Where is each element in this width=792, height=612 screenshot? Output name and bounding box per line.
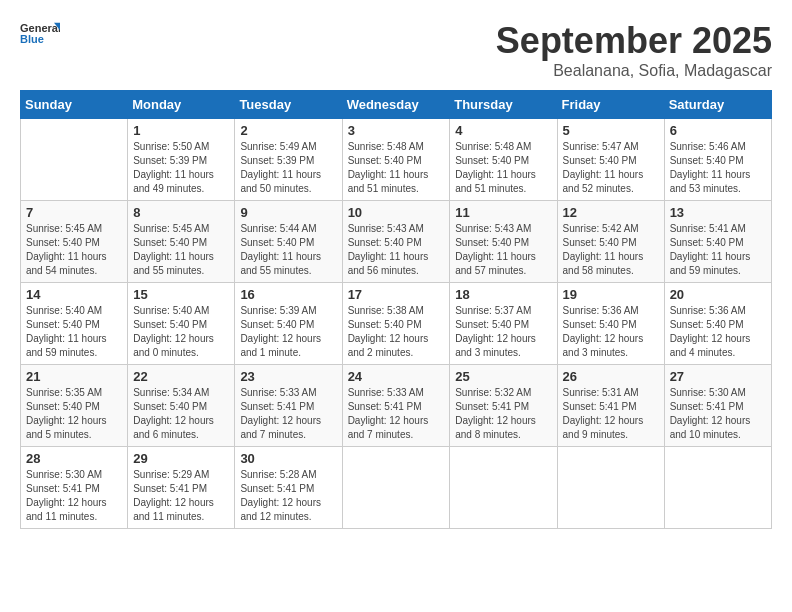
- calendar-cell: [450, 447, 557, 529]
- weekday-header-monday: Monday: [128, 91, 235, 119]
- calendar-cell: [557, 447, 664, 529]
- day-number: 14: [26, 287, 122, 302]
- day-number: 20: [670, 287, 766, 302]
- day-info: Sunrise: 5:37 AM Sunset: 5:40 PM Dayligh…: [455, 304, 551, 360]
- calendar-cell: [664, 447, 771, 529]
- day-number: 2: [240, 123, 336, 138]
- title-block: September 2025 Bealanana, Sofia, Madagas…: [496, 20, 772, 80]
- day-info: Sunrise: 5:34 AM Sunset: 5:40 PM Dayligh…: [133, 386, 229, 442]
- calendar-cell: 8Sunrise: 5:45 AM Sunset: 5:40 PM Daylig…: [128, 201, 235, 283]
- calendar-cell: 28Sunrise: 5:30 AM Sunset: 5:41 PM Dayli…: [21, 447, 128, 529]
- calendar-cell: 30Sunrise: 5:28 AM Sunset: 5:41 PM Dayli…: [235, 447, 342, 529]
- day-info: Sunrise: 5:44 AM Sunset: 5:40 PM Dayligh…: [240, 222, 336, 278]
- day-number: 30: [240, 451, 336, 466]
- calendar-cell: 14Sunrise: 5:40 AM Sunset: 5:40 PM Dayli…: [21, 283, 128, 365]
- calendar-cell: 22Sunrise: 5:34 AM Sunset: 5:40 PM Dayli…: [128, 365, 235, 447]
- calendar-cell: 19Sunrise: 5:36 AM Sunset: 5:40 PM Dayli…: [557, 283, 664, 365]
- day-number: 27: [670, 369, 766, 384]
- logo: General Blue: [20, 20, 60, 48]
- calendar-cell: 27Sunrise: 5:30 AM Sunset: 5:41 PM Dayli…: [664, 365, 771, 447]
- day-info: Sunrise: 5:45 AM Sunset: 5:40 PM Dayligh…: [26, 222, 122, 278]
- calendar-cell: [342, 447, 450, 529]
- calendar-week-3: 14Sunrise: 5:40 AM Sunset: 5:40 PM Dayli…: [21, 283, 772, 365]
- calendar-cell: 23Sunrise: 5:33 AM Sunset: 5:41 PM Dayli…: [235, 365, 342, 447]
- day-number: 16: [240, 287, 336, 302]
- day-number: 13: [670, 205, 766, 220]
- weekday-header-saturday: Saturday: [664, 91, 771, 119]
- calendar-cell: 9Sunrise: 5:44 AM Sunset: 5:40 PM Daylig…: [235, 201, 342, 283]
- calendar-cell: 3Sunrise: 5:48 AM Sunset: 5:40 PM Daylig…: [342, 119, 450, 201]
- day-number: 26: [563, 369, 659, 384]
- day-info: Sunrise: 5:31 AM Sunset: 5:41 PM Dayligh…: [563, 386, 659, 442]
- calendar-cell: 15Sunrise: 5:40 AM Sunset: 5:40 PM Dayli…: [128, 283, 235, 365]
- page-header: General Blue September 2025 Bealanana, S…: [20, 20, 772, 80]
- day-number: 1: [133, 123, 229, 138]
- day-info: Sunrise: 5:38 AM Sunset: 5:40 PM Dayligh…: [348, 304, 445, 360]
- day-info: Sunrise: 5:48 AM Sunset: 5:40 PM Dayligh…: [455, 140, 551, 196]
- calendar-cell: 16Sunrise: 5:39 AM Sunset: 5:40 PM Dayli…: [235, 283, 342, 365]
- calendar-week-2: 7Sunrise: 5:45 AM Sunset: 5:40 PM Daylig…: [21, 201, 772, 283]
- calendar-week-4: 21Sunrise: 5:35 AM Sunset: 5:40 PM Dayli…: [21, 365, 772, 447]
- day-info: Sunrise: 5:45 AM Sunset: 5:40 PM Dayligh…: [133, 222, 229, 278]
- day-number: 11: [455, 205, 551, 220]
- day-number: 23: [240, 369, 336, 384]
- day-number: 29: [133, 451, 229, 466]
- day-info: Sunrise: 5:40 AM Sunset: 5:40 PM Dayligh…: [133, 304, 229, 360]
- weekday-header-tuesday: Tuesday: [235, 91, 342, 119]
- day-number: 12: [563, 205, 659, 220]
- day-info: Sunrise: 5:43 AM Sunset: 5:40 PM Dayligh…: [348, 222, 445, 278]
- day-info: Sunrise: 5:39 AM Sunset: 5:40 PM Dayligh…: [240, 304, 336, 360]
- day-info: Sunrise: 5:29 AM Sunset: 5:41 PM Dayligh…: [133, 468, 229, 524]
- day-info: Sunrise: 5:33 AM Sunset: 5:41 PM Dayligh…: [240, 386, 336, 442]
- day-number: 8: [133, 205, 229, 220]
- day-number: 18: [455, 287, 551, 302]
- weekday-header-friday: Friday: [557, 91, 664, 119]
- day-info: Sunrise: 5:48 AM Sunset: 5:40 PM Dayligh…: [348, 140, 445, 196]
- day-number: 6: [670, 123, 766, 138]
- calendar-cell: 20Sunrise: 5:36 AM Sunset: 5:40 PM Dayli…: [664, 283, 771, 365]
- calendar-cell: 6Sunrise: 5:46 AM Sunset: 5:40 PM Daylig…: [664, 119, 771, 201]
- calendar-cell: 10Sunrise: 5:43 AM Sunset: 5:40 PM Dayli…: [342, 201, 450, 283]
- day-info: Sunrise: 5:46 AM Sunset: 5:40 PM Dayligh…: [670, 140, 766, 196]
- svg-text:Blue: Blue: [20, 33, 44, 45]
- day-number: 5: [563, 123, 659, 138]
- day-info: Sunrise: 5:32 AM Sunset: 5:41 PM Dayligh…: [455, 386, 551, 442]
- calendar-cell: 4Sunrise: 5:48 AM Sunset: 5:40 PM Daylig…: [450, 119, 557, 201]
- calendar-cell: 1Sunrise: 5:50 AM Sunset: 5:39 PM Daylig…: [128, 119, 235, 201]
- calendar-cell: 26Sunrise: 5:31 AM Sunset: 5:41 PM Dayli…: [557, 365, 664, 447]
- day-info: Sunrise: 5:36 AM Sunset: 5:40 PM Dayligh…: [563, 304, 659, 360]
- day-number: 7: [26, 205, 122, 220]
- calendar-cell: 21Sunrise: 5:35 AM Sunset: 5:40 PM Dayli…: [21, 365, 128, 447]
- day-number: 21: [26, 369, 122, 384]
- day-info: Sunrise: 5:28 AM Sunset: 5:41 PM Dayligh…: [240, 468, 336, 524]
- logo-svg: General Blue: [20, 20, 60, 48]
- day-number: 4: [455, 123, 551, 138]
- calendar-cell: 5Sunrise: 5:47 AM Sunset: 5:40 PM Daylig…: [557, 119, 664, 201]
- calendar-cell: 18Sunrise: 5:37 AM Sunset: 5:40 PM Dayli…: [450, 283, 557, 365]
- svg-text:General: General: [20, 22, 60, 34]
- day-info: Sunrise: 5:42 AM Sunset: 5:40 PM Dayligh…: [563, 222, 659, 278]
- day-info: Sunrise: 5:33 AM Sunset: 5:41 PM Dayligh…: [348, 386, 445, 442]
- day-number: 10: [348, 205, 445, 220]
- weekday-header-thursday: Thursday: [450, 91, 557, 119]
- day-info: Sunrise: 5:47 AM Sunset: 5:40 PM Dayligh…: [563, 140, 659, 196]
- weekday-header-sunday: Sunday: [21, 91, 128, 119]
- month-title: September 2025: [496, 20, 772, 62]
- calendar-week-1: 1Sunrise: 5:50 AM Sunset: 5:39 PM Daylig…: [21, 119, 772, 201]
- calendar-cell: 25Sunrise: 5:32 AM Sunset: 5:41 PM Dayli…: [450, 365, 557, 447]
- calendar-cell: 12Sunrise: 5:42 AM Sunset: 5:40 PM Dayli…: [557, 201, 664, 283]
- calendar-cell: 7Sunrise: 5:45 AM Sunset: 5:40 PM Daylig…: [21, 201, 128, 283]
- day-number: 25: [455, 369, 551, 384]
- day-info: Sunrise: 5:30 AM Sunset: 5:41 PM Dayligh…: [670, 386, 766, 442]
- day-info: Sunrise: 5:43 AM Sunset: 5:40 PM Dayligh…: [455, 222, 551, 278]
- day-info: Sunrise: 5:41 AM Sunset: 5:40 PM Dayligh…: [670, 222, 766, 278]
- day-info: Sunrise: 5:40 AM Sunset: 5:40 PM Dayligh…: [26, 304, 122, 360]
- day-number: 28: [26, 451, 122, 466]
- day-info: Sunrise: 5:35 AM Sunset: 5:40 PM Dayligh…: [26, 386, 122, 442]
- day-info: Sunrise: 5:50 AM Sunset: 5:39 PM Dayligh…: [133, 140, 229, 196]
- calendar-header-row: SundayMondayTuesdayWednesdayThursdayFrid…: [21, 91, 772, 119]
- day-info: Sunrise: 5:30 AM Sunset: 5:41 PM Dayligh…: [26, 468, 122, 524]
- calendar-week-5: 28Sunrise: 5:30 AM Sunset: 5:41 PM Dayli…: [21, 447, 772, 529]
- calendar-cell: 29Sunrise: 5:29 AM Sunset: 5:41 PM Dayli…: [128, 447, 235, 529]
- subtitle: Bealanana, Sofia, Madagascar: [496, 62, 772, 80]
